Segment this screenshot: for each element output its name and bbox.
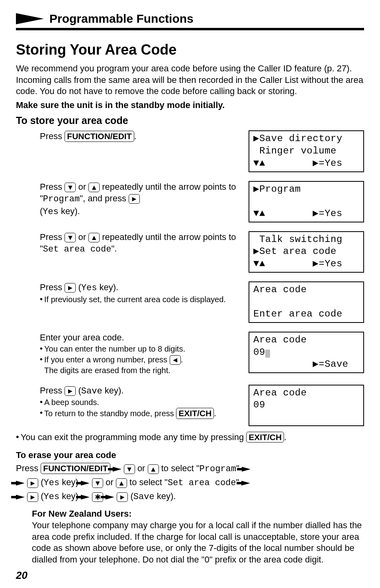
text: ".	[111, 244, 117, 254]
bullet-text: .	[214, 409, 216, 418]
function-edit-key: FUNCTION/EDIT	[65, 131, 134, 142]
right-icon: ►	[27, 478, 38, 488]
right-icon: ►	[117, 492, 128, 502]
mono-text: Save	[133, 492, 155, 502]
text: or	[135, 463, 148, 473]
down-icon: ▼	[65, 233, 76, 242]
bullet: •To return to the standby mode, press EX…	[40, 408, 237, 419]
lcd-line: ▶=Save	[253, 359, 348, 370]
left-icon: ◄	[170, 355, 181, 365]
text: to select "	[127, 477, 168, 487]
step: Press ▼ or ▲ repeatedly until the arrow …	[16, 231, 364, 273]
bullet-text: A beep sounds.	[44, 397, 99, 408]
nz-note: For New Zealand Users: Your telephone co…	[16, 508, 364, 565]
text: You can exit the programming mode any ti…	[21, 432, 247, 442]
function-edit-key: FUNCTION/EDIT	[41, 463, 110, 474]
text: Enter your area code.	[40, 332, 124, 342]
step-text: Enter your area code. •You can enter the…	[16, 332, 237, 376]
lcd-display: ▶Program ▼▲ ▶=Yes	[249, 181, 364, 222]
text: or	[76, 232, 88, 242]
down-icon: ▼	[124, 464, 135, 474]
arrow-right-icon	[106, 495, 114, 500]
lcd-display: ▶Save directory Ringer volume ▼▲ ▶=Yes	[249, 130, 364, 172]
text: (	[76, 282, 81, 292]
mono-text: Yes	[44, 492, 60, 502]
up-icon: ▲	[148, 464, 159, 474]
lcd-display: Talk switching ▶Set area code ▼▲ ▶=Yes	[249, 231, 364, 273]
text: .	[284, 432, 286, 442]
step-text: Press FUNCTION/EDIT.	[16, 130, 237, 142]
mono-text: Set area code	[43, 244, 112, 254]
erase-heading: To erase your area code	[16, 448, 364, 462]
sub-heading: To store your area code	[16, 115, 364, 126]
step-text: Press ► (Save key). •A beep sounds. •To …	[16, 385, 237, 419]
text: Press	[16, 463, 41, 473]
right-icon: ►	[65, 283, 76, 293]
section-title: Programmable Functions	[49, 12, 194, 26]
arrow-right-icon	[241, 481, 250, 486]
text: key).	[102, 385, 124, 395]
text: (	[128, 491, 133, 501]
mono-text: Yes	[43, 207, 59, 217]
down-icon: ▼	[92, 478, 103, 488]
bullet: •A beep sounds.	[40, 397, 237, 408]
text: ", and press	[80, 193, 129, 203]
arrow-right-icon	[81, 481, 90, 486]
right-icon: ►	[129, 194, 140, 204]
exit-ch-key: EXIT/CH	[246, 432, 284, 442]
bullet-text: If previously set, the current area code…	[44, 294, 226, 305]
nz-heading: For New Zealand Users:	[32, 508, 364, 520]
intro-text: We recommend you program your area code …	[16, 63, 364, 97]
exit-ch-key: EXIT/CH	[176, 408, 214, 419]
up-icon: ▲	[116, 478, 127, 488]
text: key).	[155, 491, 176, 501]
mono-text: Save	[81, 386, 102, 396]
erase-section: To erase your area code Press FUNCTION/E…	[16, 448, 364, 503]
arrow-right-icon	[113, 467, 121, 472]
lcd-display: Area code 09 ▶=Save	[249, 332, 364, 373]
up-icon: ▲	[88, 233, 100, 242]
text: Press	[40, 131, 65, 141]
nz-body: Your telephone company may charge you fo…	[32, 520, 364, 565]
bullet-text: If you enter a wrong number, press	[44, 355, 170, 364]
intro-bold: Make sure the unit is in the standby mod…	[16, 100, 364, 111]
text: (	[38, 491, 43, 501]
text: or	[76, 182, 88, 192]
step-text: Press ► (Yes key). •If previously set, t…	[16, 281, 237, 305]
text: (	[38, 477, 43, 487]
erase-line: Press FUNCTION/EDIT ▼ or ▲ to select "Pr…	[16, 462, 364, 476]
lcd-line: 09	[253, 347, 265, 358]
step: Enter your area code. •You can enter the…	[16, 332, 364, 376]
step: Press ► (Save key). •A beep sounds. •To …	[16, 385, 364, 426]
bullet-text: To return to the standby mode, press	[44, 409, 176, 418]
step-text: Press ▼ or ▲ repeatedly until the arrow …	[16, 231, 237, 256]
lcd-line: Area code	[253, 334, 307, 345]
erase-line: ► (Yes key) ▼ or ▲ to select "Set area c…	[16, 476, 364, 490]
text: or	[103, 477, 116, 487]
section-header: Programmable Functions	[16, 12, 364, 26]
arrow-right-icon	[242, 467, 251, 472]
divider	[16, 28, 364, 30]
lcd-display: Area code 09	[249, 385, 364, 426]
mono-text: Program	[200, 464, 236, 474]
exit-note: • You can exit the programming mode any …	[16, 432, 364, 443]
text: Press	[40, 182, 65, 192]
text: Press	[40, 282, 65, 292]
bullet-text: You can enter the number up to 8 digits.	[44, 344, 185, 354]
bullet: •If previously set, the current area cod…	[40, 294, 237, 305]
page-number: 20	[16, 569, 27, 582]
steps-list: Press FUNCTION/EDIT. ▶Save directory Rin…	[16, 130, 364, 426]
step-text: Press ▼ or ▲ repeatedly until the arrow …	[16, 181, 237, 218]
text: (	[76, 385, 81, 395]
arrow-right-icon	[16, 13, 44, 24]
text: .	[134, 131, 137, 141]
down-icon: ▼	[65, 183, 76, 192]
bullet: •You can enter the number up to 8 digits…	[40, 344, 237, 354]
text: to select "	[159, 463, 200, 473]
cursor-icon	[265, 350, 270, 358]
bullet: •If you enter a wrong number, press ◄. T…	[40, 354, 237, 376]
mono-text: Yes	[81, 283, 97, 293]
arrow-right-icon	[81, 495, 90, 500]
text: key).	[59, 206, 80, 216]
mono-text: Program	[43, 194, 80, 204]
